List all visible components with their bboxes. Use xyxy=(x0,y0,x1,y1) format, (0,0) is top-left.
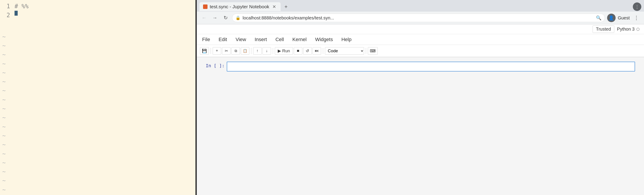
menu-cell[interactable]: Cell xyxy=(274,35,285,44)
toolbar-separator-2 xyxy=(251,48,251,54)
jupyter-menubar: File Edit View Insert Cell Kernel Widget… xyxy=(197,34,644,45)
kernel-info: Python 3 xyxy=(617,26,640,32)
tab-close-button[interactable]: ✕ xyxy=(272,3,277,10)
cell-input[interactable] xyxy=(227,62,635,71)
tilde-lines: ~ ~ ~ ~ ~ ~ ~ ~ ~ ~ ~ ~ ~ ~ ~ ~ ~ ~ xyxy=(0,31,196,195)
cell-type-select[interactable]: Code Markdown Raw NBConvert Heading xyxy=(325,47,364,55)
trusted-button[interactable]: Trusted xyxy=(592,25,614,33)
tab-title: test.sync - Jupyter Notebook xyxy=(210,4,269,9)
line-1-content: # %% xyxy=(14,2,28,11)
cut-icon: ✂ xyxy=(225,48,228,53)
address-bar-row: ← → ↻ 🔒 localhost:8888/notebooks/example… xyxy=(197,12,644,24)
stop-button[interactable]: ■ xyxy=(294,47,302,55)
menu-insert[interactable]: Insert xyxy=(254,35,268,44)
menu-edit[interactable]: Edit xyxy=(218,35,228,44)
editor-text-area[interactable]: # %% xyxy=(12,0,196,31)
address-bar[interactable]: 🔒 localhost:8888/notebooks/examples/test… xyxy=(232,14,605,22)
lock-icon: 🔒 xyxy=(236,15,240,20)
jupyter-toolbar: 💾 + ✂ ⧉ 📋 ↑ xyxy=(197,45,644,57)
editor-line-1: # %% xyxy=(14,2,196,11)
line-number-2: 2 xyxy=(2,11,10,20)
kernel-label: Python 3 xyxy=(617,26,634,32)
forward-button[interactable]: → xyxy=(211,14,219,22)
line-numbers: 1 2 xyxy=(0,0,12,31)
cell-prompt: In [ ]: xyxy=(206,62,227,68)
browser-tab-active[interactable]: test.sync - Jupyter Notebook ✕ xyxy=(200,2,281,11)
paste-cell-button[interactable]: 📋 xyxy=(241,47,249,55)
more-options-button[interactable]: ⋮ xyxy=(632,14,641,22)
fast-forward-icon: ⏭ xyxy=(315,48,319,53)
run-button[interactable]: ▶ Run xyxy=(275,47,293,55)
add-cell-button[interactable]: + xyxy=(213,47,221,55)
editor-line-2 xyxy=(14,11,196,16)
browser-panel: test.sync - Jupyter Notebook ✕ + ⋮ ← → ↻… xyxy=(197,0,644,195)
tab-bar: test.sync - Jupyter Notebook ✕ + ⋮ xyxy=(197,0,644,12)
stop-icon: ■ xyxy=(297,48,299,53)
guest-label: Guest xyxy=(618,15,630,20)
browser-chrome: test.sync - Jupyter Notebook ✕ + ⋮ ← → ↻… xyxy=(197,0,644,24)
jupyter-area: Trusted Python 3 File Edit View Insert C… xyxy=(197,24,644,195)
menu-help[interactable]: Help xyxy=(340,35,352,44)
run-icon: ▶ xyxy=(278,48,281,53)
kernel-status-circle xyxy=(636,28,640,31)
notebook-body: In [ ]: xyxy=(197,57,644,195)
save-button[interactable]: 💾 xyxy=(200,47,209,55)
run-label: Run xyxy=(282,48,290,53)
tab-favicon xyxy=(203,4,208,9)
add-icon: + xyxy=(216,48,218,53)
toolbar-separator-3 xyxy=(273,48,273,54)
reload-button[interactable]: ↻ xyxy=(222,14,230,22)
cursor xyxy=(14,11,18,16)
menu-file[interactable]: File xyxy=(201,35,211,44)
menu-kernel[interactable]: Kernel xyxy=(292,35,308,44)
editor-panel: 1 2 # %% ~ ~ ~ ~ ~ ~ ~ ~ ~ ~ ~ ~ ~ ~ ~ ~… xyxy=(0,0,197,195)
line-number-1: 1 xyxy=(2,2,10,11)
jupyter-top-right: Trusted Python 3 xyxy=(197,24,644,34)
new-tab-button[interactable]: + xyxy=(282,3,290,11)
arrow-up-icon: ↑ xyxy=(256,48,258,53)
browser-menu-button[interactable]: ⋮ xyxy=(633,2,641,11)
restart-icon: ↺ xyxy=(306,48,309,53)
move-down-button[interactable]: ↓ xyxy=(262,47,271,55)
arrow-down-icon: ↓ xyxy=(266,48,268,53)
save-icon: 💾 xyxy=(202,48,207,53)
address-text: localhost:8888/notebooks/examples/test.s… xyxy=(242,15,334,20)
restart-button[interactable]: ↺ xyxy=(303,47,312,55)
jupyter-header: Trusted Python 3 File Edit View Insert C… xyxy=(197,24,644,57)
paste-icon: 📋 xyxy=(243,49,247,53)
menu-view[interactable]: View xyxy=(234,35,247,44)
restart-run-button[interactable]: ⏭ xyxy=(312,47,321,55)
keyboard-shortcut-button[interactable]: ⌨ xyxy=(368,47,378,55)
menu-widgets[interactable]: Widgets xyxy=(314,35,334,44)
search-icon: 🔍 xyxy=(596,15,602,20)
keyboard-icon: ⌨ xyxy=(370,48,376,53)
cut-cell-button[interactable]: ✂ xyxy=(222,47,230,55)
user-avatar[interactable]: 👤 xyxy=(607,14,616,22)
code-cell-1: In [ ]: xyxy=(206,62,635,71)
move-up-button[interactable]: ↑ xyxy=(253,47,262,55)
copy-cell-button[interactable]: ⧉ xyxy=(232,47,240,55)
copy-icon: ⧉ xyxy=(234,49,237,53)
back-button[interactable]: ← xyxy=(200,14,208,22)
notebook-container: In [ ]: xyxy=(197,62,644,71)
toolbar-separator-5 xyxy=(366,48,366,54)
